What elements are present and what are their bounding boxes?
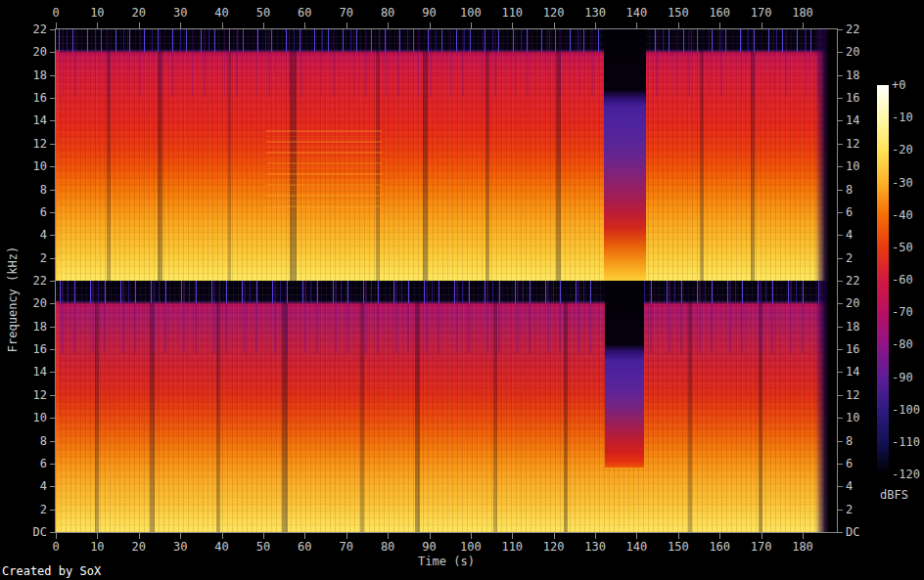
tick-mark <box>97 22 98 28</box>
tick-mark <box>50 464 56 465</box>
time-tick-label: 180 <box>792 540 813 554</box>
frequency-tick-label: 2 <box>40 251 47 265</box>
time-tick-label: 140 <box>626 540 648 554</box>
tick-mark <box>837 303 843 304</box>
tick-mark <box>719 533 720 539</box>
tick-mark <box>837 441 843 442</box>
frequency-tick-label: 18 <box>33 68 47 82</box>
frequency-tick-label: 4 <box>846 479 853 493</box>
time-tick-label: 50 <box>256 540 270 554</box>
quiet-passage-band <box>605 281 644 468</box>
frequency-tick-label: 10 <box>33 159 47 173</box>
tick-mark <box>50 29 56 30</box>
frequency-axis-title: Frequency (kHz) <box>6 246 20 352</box>
frequency-tick-label: 6 <box>40 457 47 470</box>
time-tick-label: 170 <box>751 540 772 554</box>
tick-mark <box>837 120 843 121</box>
quiet-passage-band <box>604 29 646 281</box>
frequency-tick-label: 4 <box>40 479 47 493</box>
frequency-tick-label: 6 <box>40 205 47 219</box>
frequency-tick-label: 22 <box>846 22 859 36</box>
tick-mark <box>837 510 843 511</box>
tick-mark <box>837 372 843 373</box>
tick-mark <box>50 166 56 167</box>
frequency-tick-label: 20 <box>846 45 859 59</box>
tick-mark <box>837 166 843 167</box>
dbfs-tick-label: -100 <box>892 403 920 417</box>
dbfs-tick: -110 <box>892 442 920 456</box>
tick-mark <box>471 533 472 539</box>
tick-mark <box>837 418 843 419</box>
tick-mark <box>837 281 843 282</box>
spectrogram-channel-2 <box>56 281 837 532</box>
time-tick-label: 90 <box>422 540 436 554</box>
tick-mark <box>50 327 56 328</box>
tick-mark <box>636 22 637 28</box>
tick-mark <box>837 464 843 465</box>
tick-mark <box>837 327 843 328</box>
time-tick-label: 20 <box>132 540 146 554</box>
time-tick-label: 160 <box>709 6 730 20</box>
time-axis-title: Time (s) <box>418 555 475 568</box>
tick-mark <box>304 22 305 28</box>
frequency-tick-label: 10 <box>33 411 47 424</box>
dbfs-tick: -70 <box>892 312 913 326</box>
dbfs-tick-label: -50 <box>892 241 913 254</box>
tick-mark <box>346 22 347 28</box>
tick-mark <box>837 349 843 350</box>
tick-mark <box>222 533 223 539</box>
tick-mark <box>803 533 804 539</box>
dbfs-tick: -60 <box>892 280 913 293</box>
tick-mark <box>139 533 140 539</box>
tick-mark <box>50 235 56 236</box>
frequency-tick-label: DC <box>33 525 47 539</box>
tick-mark <box>50 212 56 213</box>
time-tick-label: 180 <box>792 6 813 20</box>
frequency-tick-label: 16 <box>33 91 47 105</box>
tick-mark <box>50 258 56 259</box>
frequency-tick-label: 8 <box>40 183 47 197</box>
tick-mark <box>50 190 56 191</box>
frequency-tick-label: 10 <box>846 411 859 424</box>
dbfs-tick: +0 <box>892 85 905 99</box>
tick-mark <box>837 75 843 76</box>
time-tick-label: 160 <box>709 540 730 554</box>
tick-mark <box>837 144 843 145</box>
tick-mark <box>388 533 389 539</box>
dbfs-tick-label: -80 <box>892 337 913 351</box>
frequency-tick-label: DC <box>846 525 859 539</box>
tick-mark <box>50 120 56 121</box>
tick-mark <box>430 533 431 539</box>
spectrogram-channel-1 <box>56 29 837 281</box>
fade-out-region <box>795 29 837 281</box>
tick-mark <box>837 258 843 259</box>
time-tick-label: 10 <box>90 540 104 554</box>
dbfs-colorbar <box>877 85 889 474</box>
frequency-tick-label: 4 <box>40 228 47 242</box>
tick-mark <box>180 22 181 28</box>
dbfs-tick: -80 <box>892 344 913 358</box>
sox-credit-text: Created by SoX <box>2 564 101 578</box>
tick-mark <box>678 22 679 28</box>
tick-mark <box>50 98 56 99</box>
frequency-tick-label: 2 <box>846 251 853 265</box>
dbfs-tick-label: -90 <box>892 371 913 384</box>
frequency-tick-label: 18 <box>33 320 47 334</box>
tick-mark <box>263 22 264 28</box>
frequency-tick-label: 10 <box>846 159 859 173</box>
harmonic-texture-patch <box>266 130 382 212</box>
tick-mark <box>50 349 56 350</box>
tick-mark <box>512 22 513 28</box>
tick-mark <box>471 22 472 28</box>
frequency-tick-label: 22 <box>33 22 47 36</box>
tick-mark <box>837 395 843 396</box>
dbfs-tick: -120 <box>892 474 920 488</box>
tick-mark <box>50 75 56 76</box>
time-tick-label: 100 <box>460 540 482 554</box>
frequency-tick-label: 22 <box>33 274 47 288</box>
dbfs-tick-label: -110 <box>892 435 920 449</box>
tick-mark <box>50 372 56 373</box>
time-tick-label: 0 <box>52 540 59 554</box>
tick-mark <box>554 533 555 539</box>
tick-mark <box>837 98 843 99</box>
